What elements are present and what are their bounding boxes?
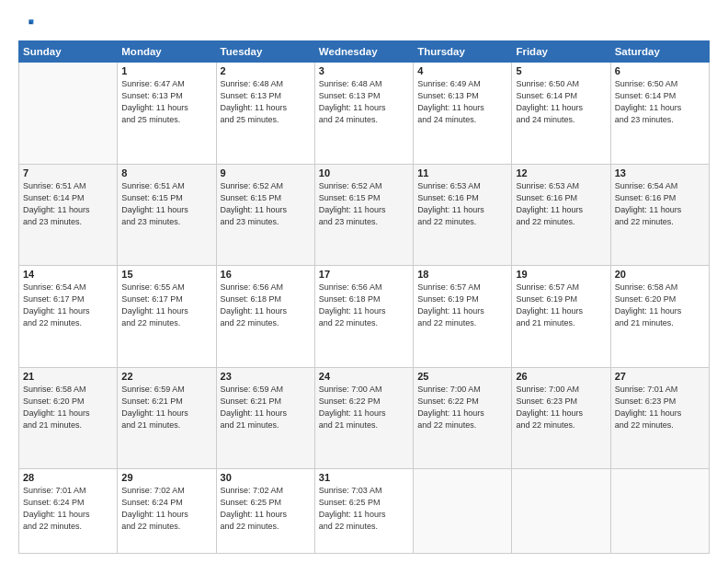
day-number: 19 [516, 269, 606, 280]
day-number: 9 [221, 167, 311, 178]
calendar-cell: 25Sunrise: 7:00 AM Sunset: 6:22 PM Dayli… [414, 367, 512, 469]
day-number: 22 [121, 371, 211, 382]
calendar-cell: 19Sunrise: 6:57 AM Sunset: 6:19 PM Dayli… [512, 266, 610, 368]
day-number: 1 [121, 65, 211, 76]
day-info: Sunrise: 7:01 AM Sunset: 6:24 PM Dayligh… [23, 485, 113, 533]
day-info: Sunrise: 6:55 AM Sunset: 6:17 PM Dayligh… [121, 282, 211, 329]
calendar-cell: 2Sunrise: 6:48 AM Sunset: 6:13 PM Daylig… [216, 63, 314, 165]
week-row-4: 21Sunrise: 6:58 AM Sunset: 6:20 PM Dayli… [19, 367, 710, 469]
day-info: Sunrise: 6:52 AM Sunset: 6:15 PM Dayligh… [319, 180, 409, 228]
day-info: Sunrise: 7:02 AM Sunset: 6:25 PM Dayligh… [221, 485, 311, 533]
calendar-cell [610, 469, 709, 554]
day-info: Sunrise: 6:57 AM Sunset: 6:19 PM Dayligh… [516, 282, 606, 329]
day-number: 10 [319, 167, 409, 178]
calendar-cell: 20Sunrise: 6:58 AM Sunset: 6:20 PM Dayli… [610, 266, 709, 368]
day-info: Sunrise: 6:50 AM Sunset: 6:14 PM Dayligh… [615, 78, 705, 126]
calendar-cell [414, 469, 512, 554]
calendar-cell: 13Sunrise: 6:54 AM Sunset: 6:16 PM Dayli… [610, 164, 709, 266]
day-number: 2 [221, 65, 311, 76]
day-info: Sunrise: 6:54 AM Sunset: 6:16 PM Dayligh… [615, 180, 705, 228]
day-info: Sunrise: 6:58 AM Sunset: 6:20 PM Dayligh… [615, 282, 705, 329]
week-row-2: 7Sunrise: 6:51 AM Sunset: 6:14 PM Daylig… [19, 164, 710, 266]
day-info: Sunrise: 6:51 AM Sunset: 6:14 PM Dayligh… [23, 180, 113, 228]
day-info: Sunrise: 6:52 AM Sunset: 6:15 PM Dayligh… [221, 180, 311, 228]
weekday-header-row: SundayMondayTuesdayWednesdayThursdayFrid… [19, 41, 710, 63]
weekday-header-friday: Friday [512, 41, 610, 63]
weekday-header-sunday: Sunday [19, 41, 118, 63]
day-number: 21 [23, 371, 113, 382]
day-number: 26 [516, 371, 606, 382]
weekday-header-saturday: Saturday [610, 41, 709, 63]
calendar-cell: 17Sunrise: 6:56 AM Sunset: 6:18 PM Dayli… [314, 266, 413, 368]
day-number: 6 [615, 65, 705, 76]
calendar-cell: 11Sunrise: 6:53 AM Sunset: 6:16 PM Dayli… [414, 164, 512, 266]
weekday-header-thursday: Thursday [414, 41, 512, 63]
day-info: Sunrise: 6:57 AM Sunset: 6:19 PM Dayligh… [417, 282, 507, 329]
calendar-cell: 3Sunrise: 6:48 AM Sunset: 6:13 PM Daylig… [314, 63, 413, 165]
day-info: Sunrise: 7:01 AM Sunset: 6:23 PM Dayligh… [615, 384, 705, 431]
day-info: Sunrise: 6:53 AM Sunset: 6:16 PM Dayligh… [516, 180, 606, 228]
day-info: Sunrise: 6:47 AM Sunset: 6:13 PM Dayligh… [121, 78, 211, 126]
day-info: Sunrise: 6:54 AM Sunset: 6:17 PM Dayligh… [23, 282, 113, 329]
calendar-cell: 7Sunrise: 6:51 AM Sunset: 6:14 PM Daylig… [19, 164, 118, 266]
day-info: Sunrise: 6:58 AM Sunset: 6:20 PM Dayligh… [23, 384, 113, 431]
day-info: Sunrise: 6:53 AM Sunset: 6:16 PM Dayligh… [417, 180, 507, 228]
day-number: 5 [516, 65, 606, 76]
calendar-cell: 14Sunrise: 6:54 AM Sunset: 6:17 PM Dayli… [19, 266, 118, 368]
calendar-cell: 10Sunrise: 6:52 AM Sunset: 6:15 PM Dayli… [314, 164, 413, 266]
day-number: 23 [221, 371, 311, 382]
week-row-5: 28Sunrise: 7:01 AM Sunset: 6:24 PM Dayli… [19, 469, 710, 554]
calendar: SundayMondayTuesdayWednesdayThursdayFrid… [18, 40, 710, 554]
logo [18, 17, 37, 33]
calendar-cell: 18Sunrise: 6:57 AM Sunset: 6:19 PM Dayli… [414, 266, 512, 368]
calendar-cell: 6Sunrise: 6:50 AM Sunset: 6:14 PM Daylig… [610, 63, 709, 165]
day-number: 7 [23, 167, 113, 178]
day-info: Sunrise: 6:56 AM Sunset: 6:18 PM Dayligh… [319, 282, 409, 329]
day-info: Sunrise: 7:00 AM Sunset: 6:22 PM Dayligh… [319, 384, 409, 431]
day-number: 16 [221, 269, 311, 280]
week-row-3: 14Sunrise: 6:54 AM Sunset: 6:17 PM Dayli… [19, 266, 710, 368]
day-number: 4 [417, 65, 507, 76]
calendar-cell: 24Sunrise: 7:00 AM Sunset: 6:22 PM Dayli… [314, 367, 413, 469]
calendar-cell: 5Sunrise: 6:50 AM Sunset: 6:14 PM Daylig… [512, 63, 610, 165]
day-info: Sunrise: 7:02 AM Sunset: 6:24 PM Dayligh… [121, 485, 211, 533]
page: SundayMondayTuesdayWednesdayThursdayFrid… [0, 0, 728, 563]
calendar-cell: 27Sunrise: 7:01 AM Sunset: 6:23 PM Dayli… [610, 367, 709, 469]
day-number: 31 [319, 472, 409, 483]
day-info: Sunrise: 6:59 AM Sunset: 6:21 PM Dayligh… [221, 384, 311, 431]
day-info: Sunrise: 7:00 AM Sunset: 6:23 PM Dayligh… [516, 384, 606, 431]
day-number: 29 [121, 472, 211, 483]
day-number: 12 [516, 167, 606, 178]
calendar-cell: 21Sunrise: 6:58 AM Sunset: 6:20 PM Dayli… [19, 367, 118, 469]
day-number: 17 [319, 269, 409, 280]
calendar-cell: 31Sunrise: 7:03 AM Sunset: 6:25 PM Dayli… [314, 469, 413, 554]
day-info: Sunrise: 6:56 AM Sunset: 6:18 PM Dayligh… [221, 282, 311, 329]
day-info: Sunrise: 6:48 AM Sunset: 6:13 PM Dayligh… [221, 78, 311, 126]
calendar-cell: 29Sunrise: 7:02 AM Sunset: 6:24 PM Dayli… [118, 469, 216, 554]
calendar-cell: 28Sunrise: 7:01 AM Sunset: 6:24 PM Dayli… [19, 469, 118, 554]
calendar-cell: 8Sunrise: 6:51 AM Sunset: 6:15 PM Daylig… [118, 164, 216, 266]
day-number: 24 [319, 371, 409, 382]
day-number: 14 [23, 269, 113, 280]
day-info: Sunrise: 6:50 AM Sunset: 6:14 PM Dayligh… [516, 78, 606, 126]
day-number: 30 [221, 472, 311, 483]
day-info: Sunrise: 6:59 AM Sunset: 6:21 PM Dayligh… [121, 384, 211, 431]
day-number: 8 [121, 167, 211, 178]
day-number: 28 [23, 472, 113, 483]
calendar-cell: 22Sunrise: 6:59 AM Sunset: 6:21 PM Dayli… [118, 367, 216, 469]
day-info: Sunrise: 6:49 AM Sunset: 6:13 PM Dayligh… [417, 78, 507, 126]
day-number: 25 [417, 371, 507, 382]
calendar-cell: 30Sunrise: 7:02 AM Sunset: 6:25 PM Dayli… [216, 469, 314, 554]
calendar-cell: 26Sunrise: 7:00 AM Sunset: 6:23 PM Dayli… [512, 367, 610, 469]
day-info: Sunrise: 7:00 AM Sunset: 6:22 PM Dayligh… [417, 384, 507, 431]
logo-icon [18, 17, 35, 33]
day-number: 3 [319, 65, 409, 76]
calendar-cell: 4Sunrise: 6:49 AM Sunset: 6:13 PM Daylig… [414, 63, 512, 165]
day-number: 13 [615, 167, 705, 178]
calendar-cell [512, 469, 610, 554]
week-row-1: 1Sunrise: 6:47 AM Sunset: 6:13 PM Daylig… [19, 63, 710, 165]
calendar-cell: 15Sunrise: 6:55 AM Sunset: 6:17 PM Dayli… [118, 266, 216, 368]
day-number: 18 [417, 269, 507, 280]
calendar-cell: 12Sunrise: 6:53 AM Sunset: 6:16 PM Dayli… [512, 164, 610, 266]
weekday-header-tuesday: Tuesday [216, 41, 314, 63]
